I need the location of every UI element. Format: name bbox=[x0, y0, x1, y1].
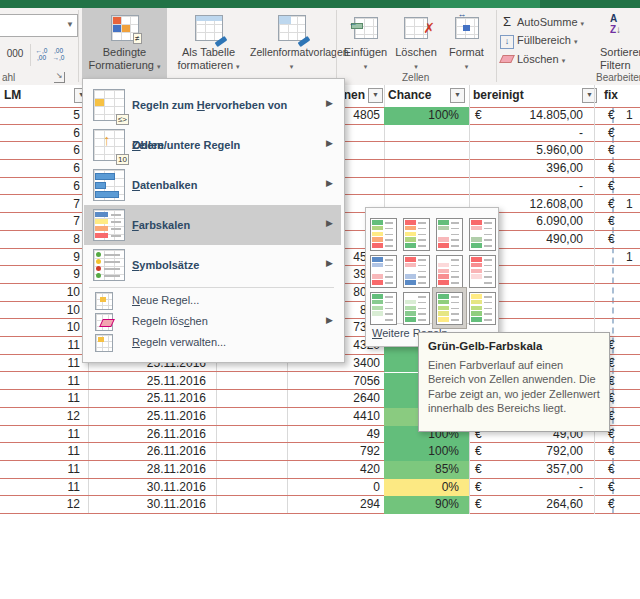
lm-cell[interactable]: 9 bbox=[0, 266, 80, 284]
lm-cell[interactable]: 6 bbox=[0, 178, 80, 196]
cell-styles-button[interactable]: Zellenformatvorlagen ▾ bbox=[250, 8, 333, 84]
date-cell[interactable]: 26.11.2016 bbox=[88, 443, 206, 461]
menu-item-highlight-cells-rules[interactable]: ≤>Regeln zum Hervorheben von Zellen▶ bbox=[84, 85, 341, 125]
menu-item-color-scales[interactable]: Farbskalen▶ bbox=[84, 205, 341, 245]
color-scale-option-green-yellow[interactable] bbox=[433, 288, 466, 328]
color-scale-option-red-white[interactable] bbox=[466, 251, 499, 291]
value-cell[interactable]: 2640 bbox=[287, 390, 380, 408]
color-scale-option-white-green[interactable] bbox=[400, 288, 433, 328]
value-cell[interactable]: 294 bbox=[287, 496, 380, 514]
highlight-cells-icon: ≤> bbox=[93, 89, 125, 121]
lm-cell[interactable]: 6 bbox=[0, 142, 80, 160]
color-scale-option-yellow-green[interactable] bbox=[466, 288, 499, 328]
lm-cell[interactable]: 5 bbox=[0, 107, 80, 125]
autosum-button[interactable]: ΣAutoSumme ▾ bbox=[500, 12, 596, 31]
lm-cell[interactable]: 7 bbox=[0, 213, 80, 231]
lm-cell[interactable]: 11 bbox=[0, 355, 80, 373]
filter-dropdown-icon[interactable]: ▼ bbox=[368, 88, 383, 103]
format-cells-button[interactable]: ↔ Format ▾ bbox=[441, 8, 492, 84]
number-format-combobox[interactable]: ▼ bbox=[0, 14, 78, 37]
menu-item-top-bottom-rules[interactable]: ↑10Obere/untere Regeln▶ bbox=[84, 125, 341, 165]
number-group-label: ahl bbox=[2, 72, 15, 83]
icon-sets-icon bbox=[93, 249, 125, 281]
sigma-icon: Σ bbox=[500, 12, 514, 31]
lm-cell[interactable]: 11 bbox=[0, 373, 80, 391]
menu-item-icon-sets[interactable]: Symbolsätze▶ bbox=[84, 245, 341, 285]
lm-cell[interactable]: 11 bbox=[0, 443, 80, 461]
bereinigt-cell[interactable]: 14.805,00 bbox=[469, 107, 583, 125]
bereinigt-cell[interactable]: 792,00 bbox=[469, 443, 583, 461]
bereinigt-cell[interactable]: - bbox=[469, 479, 583, 497]
lm-cell[interactable]: 11 bbox=[0, 461, 80, 479]
lm-cell[interactable]: 10 bbox=[0, 284, 80, 302]
increase-decimal-button[interactable]: ←,0 ,00 bbox=[33, 42, 50, 66]
lm-cell[interactable]: 8 bbox=[0, 231, 80, 249]
bereinigt-cell[interactable]: 264,60 bbox=[469, 496, 583, 514]
menu-item-new-rule[interactable]: Neue Regel... bbox=[84, 290, 341, 311]
value-cell[interactable]: 7056 bbox=[287, 373, 380, 391]
color-scale-option-green-white[interactable] bbox=[367, 288, 400, 328]
lm-cell[interactable]: 11 bbox=[0, 426, 80, 444]
decrease-decimal-button[interactable]: ,00 →,0 bbox=[50, 42, 67, 66]
value-cell[interactable]: 792 bbox=[287, 443, 380, 461]
lm-cell[interactable]: 6 bbox=[0, 125, 80, 143]
color-scale-option-white-red[interactable] bbox=[433, 251, 466, 291]
header-bereinigt: bereinigt bbox=[473, 88, 524, 102]
lm-cell[interactable]: 6 bbox=[0, 160, 80, 178]
fill-button[interactable]: ↓Füllbereich ▾ bbox=[500, 31, 596, 50]
lm-cell[interactable]: 10 bbox=[0, 302, 80, 320]
color-scale-option-red-white-blue[interactable] bbox=[400, 251, 433, 291]
fix-euro-sign: € bbox=[608, 142, 615, 160]
lm-cell[interactable]: 11 bbox=[0, 337, 80, 355]
color-scale-option-red-white-green[interactable] bbox=[466, 214, 499, 254]
clear-button[interactable]: Löschen ▾ bbox=[500, 50, 596, 69]
bereinigt-cell[interactable]: - bbox=[469, 125, 583, 143]
color-scale-option-green-white-red[interactable] bbox=[433, 214, 466, 254]
color-scales-flyout: Weitere Regeln... bbox=[365, 207, 499, 347]
lm-cell[interactable]: 9 bbox=[0, 249, 80, 267]
lm-cell[interactable]: 12 bbox=[0, 496, 80, 514]
menu-item-clear-rules[interactable]: Regeln löschen▶ bbox=[84, 311, 341, 332]
dialog-launcher-icon[interactable]: ↘ bbox=[54, 72, 65, 83]
value-cell[interactable]: 0 bbox=[287, 479, 380, 497]
color-scale-option-red-yellow-green[interactable] bbox=[400, 214, 433, 254]
filter-dropdown-icon[interactable]: ▼ bbox=[450, 88, 465, 103]
bereinigt-cell[interactable]: 357,00 bbox=[469, 461, 583, 479]
excel-window: ▼ 000 ←,0 ,00 ,00 →,0 ahl ↘ ≠ Bedingte F… bbox=[0, 0, 640, 599]
header-fix: fix bbox=[604, 88, 618, 102]
date-cell[interactable]: 25.11.2016 bbox=[88, 373, 206, 391]
menu-item-manage-rules[interactable]: Regeln verwalten... bbox=[84, 332, 341, 353]
insert-cells-button[interactable]: ← Einfügen ▾ bbox=[340, 8, 391, 84]
color-scale-option-green-yellow-red[interactable] bbox=[367, 214, 400, 254]
fix-euro-sign: € bbox=[608, 178, 615, 196]
date-cell[interactable]: 30.11.2016 bbox=[88, 479, 206, 497]
fix-euro-sign: € bbox=[608, 213, 615, 231]
lm-cell[interactable]: 11 bbox=[0, 479, 80, 497]
menu-separator bbox=[89, 287, 334, 288]
bereinigt-cell[interactable]: - bbox=[469, 178, 583, 196]
value-cell[interactable]: 420 bbox=[287, 461, 380, 479]
conditional-formatting-button[interactable]: ≠ Bedingte Formatierung ▾ bbox=[82, 8, 167, 84]
date-cell[interactable]: 30.11.2016 bbox=[88, 496, 206, 514]
format-as-table-button[interactable]: Als Tabelle formatieren ▾ bbox=[168, 8, 249, 84]
date-cell[interactable]: 25.11.2016 bbox=[88, 408, 206, 426]
menu-item-label: Regeln verwalten... bbox=[132, 332, 321, 353]
menu-item-label: Farbskalen bbox=[132, 205, 321, 245]
lm-cell[interactable]: 11 bbox=[0, 390, 80, 408]
date-cell[interactable]: 25.11.2016 bbox=[88, 390, 206, 408]
value-cell[interactable]: 49 bbox=[287, 426, 380, 444]
lm-cell[interactable]: 12 bbox=[0, 408, 80, 426]
date-cell[interactable]: 26.11.2016 bbox=[88, 426, 206, 444]
lm-cell[interactable]: 10 bbox=[0, 319, 80, 337]
bereinigt-cell[interactable]: 5.960,00 bbox=[469, 142, 583, 160]
color-scale-option-blue-white-red[interactable] bbox=[367, 251, 400, 291]
insert-cells-icon: ← bbox=[340, 13, 391, 45]
value-cell[interactable]: 4410 bbox=[287, 408, 380, 426]
chevron-down-icon: ▼ bbox=[66, 20, 74, 29]
color-scale-icon bbox=[469, 218, 496, 251]
bereinigt-cell[interactable]: 396,00 bbox=[469, 160, 583, 178]
thousands-separator-button[interactable]: 000 bbox=[2, 44, 28, 64]
menu-item-data-bars[interactable]: Datenbalken▶ bbox=[84, 165, 341, 205]
lm-cell[interactable]: 7 bbox=[0, 196, 80, 214]
date-cell[interactable]: 28.11.2016 bbox=[88, 461, 206, 479]
